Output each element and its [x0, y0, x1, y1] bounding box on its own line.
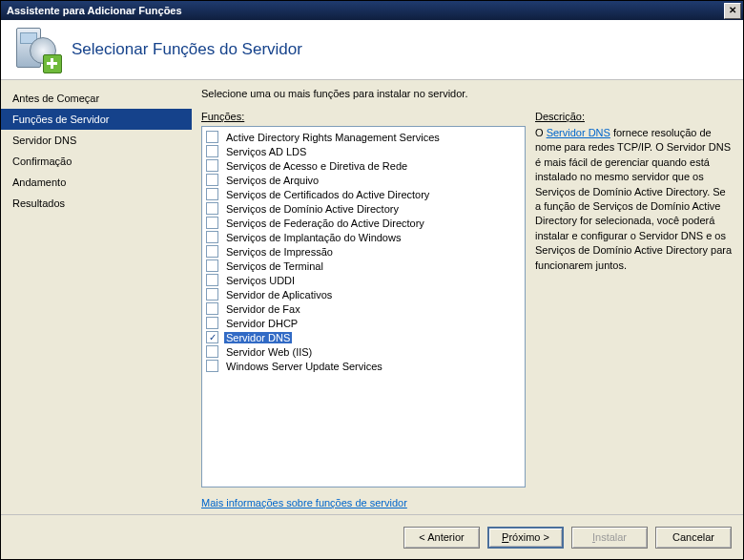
- wizard-window: Assistente para Adicionar Funções ✕ Sele…: [0, 0, 744, 560]
- checkbox-icon[interactable]: [206, 231, 218, 243]
- checkbox-icon[interactable]: [206, 259, 218, 272]
- role-label: Windows Server Update Services: [224, 361, 384, 372]
- role-item-11[interactable]: Servidor de Aplicativos: [204, 287, 523, 301]
- role-label: Serviços de Federação do Active Director…: [224, 218, 426, 229]
- role-label: Serviços de Domínio Active Directory: [224, 203, 401, 215]
- role-item-8[interactable]: Serviços de Impressão: [204, 244, 523, 259]
- checkbox-icon[interactable]: [206, 274, 218, 286]
- checkbox-icon[interactable]: [206, 202, 218, 215]
- back-button[interactable]: < Anterior: [403, 527, 480, 549]
- role-item-3[interactable]: Serviços de Arquivo: [204, 173, 523, 187]
- columns: Funções: Active Directory Rights Managem…: [201, 111, 734, 514]
- page-title: Selecionar Funções do Servidor: [72, 40, 302, 59]
- role-label: Active Directory Rights Management Servi…: [224, 132, 442, 143]
- role-label: Servidor de Aplicativos: [224, 289, 334, 301]
- wizard-icon: [16, 28, 60, 72]
- checkbox-icon[interactable]: [206, 145, 218, 157]
- more-info-row: Mais informações sobre funções de servid…: [201, 487, 526, 514]
- checkbox-icon[interactable]: [206, 302, 218, 315]
- role-label: Serviços de Implantação do Windows: [224, 232, 403, 243]
- sidebar-item-2[interactable]: Servidor DNS: [1, 130, 192, 151]
- role-item-7[interactable]: Serviços de Implantação do Windows: [204, 230, 523, 244]
- description-link[interactable]: Servidor DNS: [547, 127, 610, 138]
- cancel-button[interactable]: Cancelar: [655, 527, 732, 549]
- role-label: Serviços de Certificados do Active Direc…: [224, 189, 431, 200]
- roles-column: Funções: Active Directory Rights Managem…: [201, 111, 526, 514]
- checkbox-icon[interactable]: [206, 159, 218, 172]
- role-label: Servidor de Fax: [224, 303, 302, 315]
- role-label: Serviços de Arquivo: [224, 175, 320, 186]
- checkbox-icon[interactable]: [206, 317, 218, 329]
- checkbox-icon[interactable]: [206, 217, 218, 229]
- checkbox-icon[interactable]: ✓: [206, 331, 218, 343]
- role-item-6[interactable]: Serviços de Federação do Active Director…: [204, 216, 523, 230]
- role-label: Servidor Web (IIS): [224, 346, 314, 358]
- close-icon[interactable]: ✕: [724, 3, 741, 19]
- window-title: Assistente para Adicionar Funções: [7, 5, 182, 16]
- checkbox-icon[interactable]: [206, 245, 218, 258]
- checkbox-icon[interactable]: [206, 188, 218, 200]
- role-item-0[interactable]: Active Directory Rights Management Servi…: [204, 130, 523, 144]
- description-text: O Servidor DNS fornece resolução de nome…: [535, 126, 734, 273]
- role-label: Serviços AD LDS: [224, 146, 308, 157]
- sidebar: Antes de ComeçarFunções de ServidorServi…: [1, 80, 192, 514]
- more-info-link[interactable]: Mais informações sobre funções de servid…: [201, 497, 407, 508]
- roles-list[interactable]: Active Directory Rights Management Servi…: [201, 126, 526, 487]
- description-column: Descrição: O Servidor DNS fornece resolu…: [535, 111, 734, 514]
- role-label: Serviços de Terminal: [224, 260, 325, 272]
- next-button[interactable]: Próximo >: [487, 527, 564, 549]
- titlebar: Assistente para Adicionar Funções ✕: [1, 1, 743, 20]
- role-item-16[interactable]: Windows Server Update Services: [204, 359, 523, 373]
- role-label: Servidor DNS: [224, 332, 292, 343]
- sidebar-item-3[interactable]: Confirmação: [1, 151, 192, 172]
- header: Selecionar Funções do Servidor: [1, 20, 743, 80]
- role-item-10[interactable]: Serviços UDDI: [204, 273, 523, 287]
- button-row: < Anterior Próximo > Instalar Cancelar: [1, 514, 743, 559]
- content: Selecione uma ou mais funções para insta…: [192, 80, 743, 514]
- role-item-14[interactable]: ✓Servidor DNS: [204, 330, 523, 344]
- sidebar-item-1[interactable]: Funções de Servidor: [1, 109, 192, 130]
- role-item-2[interactable]: Serviços de Acesso e Diretiva de Rede: [204, 158, 523, 173]
- role-item-13[interactable]: Servidor DHCP: [204, 316, 523, 330]
- install-button: Instalar: [571, 527, 648, 549]
- role-item-4[interactable]: Serviços de Certificados do Active Direc…: [204, 187, 523, 201]
- checkbox-icon[interactable]: [206, 131, 218, 143]
- role-label: Serviços de Acesso e Diretiva de Rede: [224, 160, 409, 172]
- description-label: Descrição:: [535, 111, 734, 122]
- instruction: Selecione uma ou mais funções para insta…: [201, 88, 734, 99]
- role-item-12[interactable]: Servidor de Fax: [204, 301, 523, 316]
- sidebar-item-4[interactable]: Andamento: [1, 172, 192, 193]
- role-item-1[interactable]: Serviços AD LDS: [204, 144, 523, 158]
- plus-icon: [43, 54, 62, 73]
- body: Antes de ComeçarFunções de ServidorServi…: [1, 80, 743, 514]
- role-item-5[interactable]: Serviços de Domínio Active Directory: [204, 201, 523, 216]
- checkbox-icon[interactable]: [206, 174, 218, 186]
- role-label: Servidor DHCP: [224, 318, 300, 329]
- sidebar-item-5[interactable]: Resultados: [1, 193, 192, 214]
- role-label: Serviços de Impressão: [224, 246, 335, 258]
- checkbox-icon[interactable]: [206, 345, 218, 358]
- roles-label: Funções:: [201, 111, 526, 122]
- role-item-9[interactable]: Serviços de Terminal: [204, 259, 523, 273]
- role-label: Serviços UDDI: [224, 275, 297, 286]
- checkbox-icon[interactable]: [206, 288, 218, 301]
- checkbox-icon[interactable]: [206, 360, 218, 372]
- role-item-15[interactable]: Servidor Web (IIS): [204, 344, 523, 359]
- sidebar-item-0[interactable]: Antes de Começar: [1, 88, 192, 109]
